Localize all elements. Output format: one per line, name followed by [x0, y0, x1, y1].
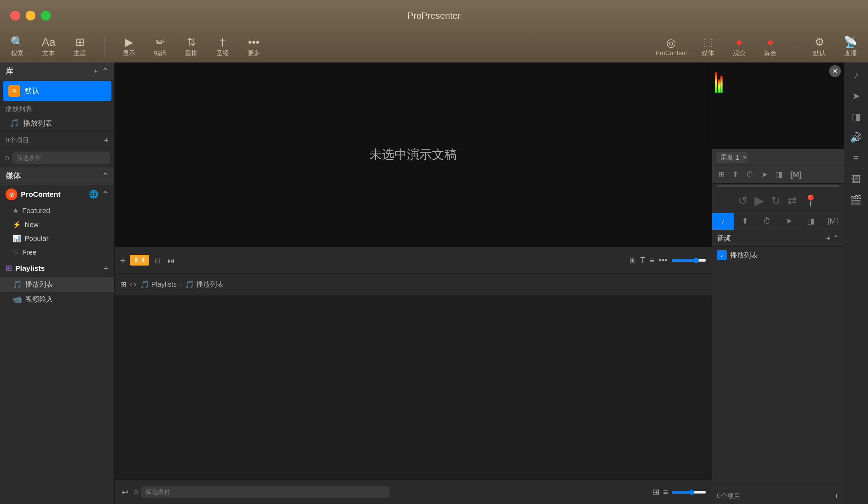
more-options-button[interactable]: ••• [659, 255, 667, 265]
procontent-globe-button[interactable]: 🌐 [89, 190, 98, 199]
toolbar-live[interactable]: 📡 直播 [840, 36, 861, 57]
library-item-default[interactable]: ⊞ 默认 [3, 81, 111, 101]
toolbar-themes-label: 主题 [74, 49, 86, 57]
library-add-button[interactable]: + [93, 66, 98, 76]
toolbar-display[interactable]: ▶ 显示 [118, 36, 139, 57]
caption-icon: ≡ [853, 153, 859, 164]
audio-playlist-item[interactable]: ♪ 播放列表 [712, 247, 844, 263]
audio-tab-up[interactable]: ⬆ [734, 213, 756, 230]
playlists-header[interactable]: ⊞ Playlists + [0, 259, 114, 277]
strip-note-button[interactable]: ♪ [847, 66, 865, 84]
minimize-window-button[interactable] [26, 11, 35, 20]
grid-view-small[interactable]: ⊟ [153, 254, 162, 267]
send-icon: ➤ [852, 90, 860, 102]
toolbar-live-label: 直播 [844, 49, 857, 57]
playlists-label: Playlists [15, 264, 45, 272]
audio-tab-send[interactable]: ➤ [778, 213, 800, 230]
toolbar-default[interactable]: ⚙ 默认 [809, 36, 830, 57]
skip-back-button[interactable]: ↺ [738, 194, 748, 207]
pause-button[interactable]: ⏸⏸ [130, 255, 149, 266]
audio-tab-macro[interactable]: [M] [822, 213, 844, 230]
audio-tab-music[interactable]: ♪ [712, 213, 734, 230]
audio-tab-timer[interactable]: ⏱ [756, 213, 778, 230]
strip-volume-button[interactable]: 🔊 [847, 128, 865, 146]
library-add-item-button[interactable]: + [104, 135, 109, 145]
audio-add-button[interactable]: + [826, 234, 831, 243]
add-slide-button[interactable]: + [120, 255, 126, 266]
toolbar-themes[interactable]: ⊞ 主题 [69, 36, 90, 57]
toolbar-search[interactable]: 🔍 搜索 [7, 36, 28, 57]
skip-forward-button[interactable]: ↻ [771, 194, 781, 207]
toolbar-procontent[interactable]: ◎ ProContent [656, 37, 687, 57]
procontent-collapse-button[interactable]: ⌃ [102, 190, 109, 199]
sidebar-item-featured[interactable]: ★ Featured [0, 204, 114, 218]
audio-footer-add-button[interactable]: + [834, 492, 839, 501]
media-collapse-button[interactable]: ⌃ [102, 171, 109, 181]
toolbar-text[interactable]: Aa 文本 [38, 36, 59, 57]
strip-caption-button[interactable]: ≡ [847, 149, 865, 167]
breadcrumb-back-button[interactable]: ‹ [130, 280, 132, 289]
close-window-button[interactable] [10, 11, 20, 20]
playlist-sub-item-main[interactable]: 🎵 播放列表 [0, 277, 114, 292]
playlist-video-label: 视频输入 [25, 295, 53, 304]
filter-input[interactable] [12, 152, 110, 164]
procontent-item[interactable]: ◎ ProContent 🌐 ⌃ [0, 185, 114, 204]
tab-slides[interactable]: ⊞ [716, 169, 727, 180]
toolbar-bible[interactable]: † 圣经 [212, 36, 233, 57]
icon-strip: ♪ ➤ ◨ 🔊 ≡ 🖼 🎬 [844, 62, 868, 504]
toolbar-edit[interactable]: ✏ 编辑 [150, 36, 170, 57]
breadcrumb-playlists-icon: 🎵 [140, 280, 149, 289]
maximize-window-button[interactable] [41, 11, 51, 20]
bottom-zoom-slider[interactable] [671, 489, 706, 495]
sidebar-item-popular[interactable]: 📊 Popular [0, 232, 114, 245]
grid-view-button[interactable]: ⊞ [629, 255, 636, 265]
center-area: 未选中演示文稿 + ⏸⏸ ⊟ ⏭ ⊞ T ≡ ••• ⊞ [115, 62, 712, 504]
strip-video-button[interactable]: 🎬 [847, 191, 865, 209]
library-collapse-button[interactable]: ⌃ [102, 66, 109, 76]
playlists-add-button[interactable]: + [103, 263, 109, 274]
sidebar-item-free[interactable]: ♡ Free [0, 245, 114, 259]
playlist-item[interactable]: 🎵 播放列表 [0, 115, 114, 132]
toolbar-more[interactable]: ••• 更多 [243, 36, 264, 57]
media-icon: ⬚ [703, 36, 713, 48]
preview-close-button[interactable]: ✕ [829, 65, 841, 77]
toolbar-audience[interactable]: ● 观众 [729, 36, 750, 57]
toolbar-stage[interactable]: ● 舞台 [760, 36, 781, 57]
tab-audio-up[interactable]: ⬆ [729, 169, 741, 180]
pin-button[interactable]: 📍 [804, 194, 818, 207]
strip-layers-button[interactable]: ◨ [847, 108, 865, 126]
tab-layers[interactable]: ◨ [773, 169, 785, 180]
media-actions: ⌃ [102, 171, 109, 181]
skip-button[interactable]: ⏭ [166, 254, 176, 267]
preview-no-selection: 未选中演示文稿 [369, 146, 457, 163]
sidebar-item-new[interactable]: ⚡ New [0, 218, 114, 232]
playlist-sub-item-video[interactable]: 📹 视频输入 [0, 292, 114, 307]
screen-select-dropdown[interactable]: 屏幕 1 屏幕 2 [716, 152, 748, 163]
breadcrumb-playlist-item[interactable]: 🎵 播放列表 [185, 280, 224, 289]
strip-image-button[interactable]: 🖼 [847, 170, 865, 188]
zoom-slider[interactable] [671, 258, 706, 263]
strip-send-button[interactable]: ➤ [847, 87, 865, 105]
text-view-button[interactable]: T [640, 255, 645, 265]
media-title: 媒体 [6, 171, 21, 181]
toolbar-reorder[interactable]: ⇅ 重排 [181, 36, 202, 57]
bottom-list-button[interactable]: ≡ [663, 487, 668, 497]
bottom-filter-input[interactable] [141, 486, 390, 498]
breadcrumb-forward-button[interactable]: › [134, 280, 136, 289]
toolbar-media[interactable]: ⬚ 媒体 [698, 36, 718, 57]
list-view-button[interactable]: ≡ [650, 255, 654, 265]
transport-play-button[interactable]: ▶ [754, 193, 764, 208]
breadcrumb-toggle-button[interactable]: ⊞ [120, 280, 126, 289]
audio-collapse-button[interactable]: ⌃ [833, 234, 839, 243]
tab-send[interactable]: ➤ [759, 169, 770, 180]
playlists-label-container: ⊞ Playlists [6, 264, 45, 273]
bottom-grid-button[interactable]: ⊞ [653, 487, 660, 497]
tab-macro[interactable]: [M] [787, 169, 804, 180]
tab-timer[interactable]: ⏱ [743, 169, 757, 180]
audio-section-title: 音频 [717, 234, 731, 243]
audio-actions: + ⌃ [826, 234, 839, 243]
audio-tab-layers[interactable]: ◨ [800, 213, 822, 230]
shuffle-button[interactable]: ⇄ [787, 194, 797, 207]
breadcrumb-playlists[interactable]: 🎵 Playlists [140, 280, 177, 289]
bottom-back-button[interactable]: ↩ [120, 486, 130, 498]
